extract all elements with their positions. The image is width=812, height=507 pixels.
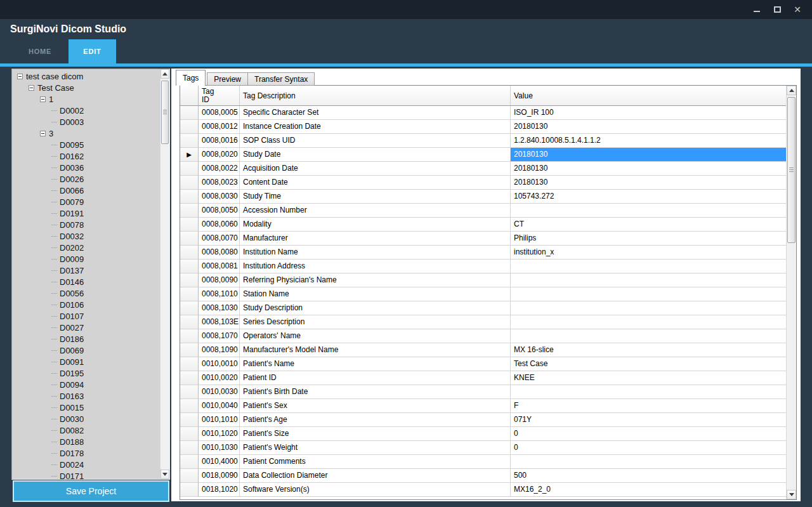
row-header-cell[interactable] bbox=[180, 218, 199, 232]
row-header-cell[interactable]: ▶ bbox=[180, 148, 199, 162]
tag-id-cell[interactable]: 0008,1070 bbox=[199, 329, 240, 343]
tag-value-cell[interactable]: 105743.272 bbox=[511, 190, 786, 204]
tag-description-cell[interactable]: Station Name bbox=[240, 287, 511, 301]
tag-value-cell[interactable] bbox=[511, 260, 786, 273]
tree-scrollbar-thumb[interactable] bbox=[161, 81, 169, 144]
row-header-cell[interactable] bbox=[180, 469, 199, 483]
row-header-cell[interactable] bbox=[180, 204, 199, 218]
tag-description-cell[interactable]: Accession Number bbox=[240, 204, 511, 218]
tree-item[interactable]: D0024 bbox=[12, 459, 160, 470]
table-row[interactable]: 0008,0022Acquisition Date20180130 bbox=[180, 162, 786, 176]
tree-item[interactable]: D0026 bbox=[12, 173, 160, 185]
tag-description-cell[interactable]: Content Date bbox=[240, 176, 511, 190]
table-row[interactable]: 0008,0016SOP Class UID1.2.840.10008.5.1.… bbox=[180, 134, 786, 148]
tag-value-cell[interactable]: 0 bbox=[511, 427, 786, 441]
tag-value-cell[interactable]: ISO_IR 100 bbox=[511, 106, 786, 120]
column-header-tag-id[interactable]: Tag ID bbox=[199, 86, 240, 105]
tag-id-cell[interactable]: 0010,0030 bbox=[199, 385, 240, 399]
tree-item[interactable]: D0094 bbox=[12, 379, 160, 390]
tag-value-cell[interactable]: CT bbox=[511, 218, 786, 232]
tag-value-cell[interactable]: KNEE bbox=[511, 371, 786, 385]
close-icon[interactable]: ✕ bbox=[790, 4, 804, 15]
row-header-cell[interactable] bbox=[180, 162, 199, 176]
table-row[interactable]: 0008,1090Manufacturer's Model NameMX 16-… bbox=[180, 343, 786, 357]
table-row[interactable]: 0010,4000Patient Comments bbox=[180, 455, 786, 469]
tag-id-cell[interactable]: 0010,0040 bbox=[199, 399, 240, 413]
row-header-cell[interactable] bbox=[180, 455, 199, 469]
tag-id-cell[interactable]: 0008,0023 bbox=[199, 176, 240, 190]
row-header-cell[interactable] bbox=[180, 357, 199, 371]
tree-item[interactable]: D0091 bbox=[12, 356, 160, 367]
tree-item[interactable]: D0106 bbox=[12, 299, 160, 310]
tag-id-cell[interactable]: 0008,0012 bbox=[199, 120, 240, 134]
tab-transfer-syntax[interactable]: Transfer Syntax bbox=[248, 72, 315, 86]
tree-item[interactable]: D0066 bbox=[12, 185, 160, 196]
tree-item[interactable]: D0195 bbox=[12, 367, 160, 379]
table-row[interactable]: 0018,1020Software Version(s)MX16_2_0 bbox=[180, 483, 786, 497]
row-header-cell[interactable] bbox=[180, 246, 199, 260]
tag-description-cell[interactable]: Patient's Age bbox=[240, 413, 511, 427]
tree-item[interactable]: D0107 bbox=[12, 310, 160, 322]
tag-value-cell[interactable] bbox=[511, 273, 786, 287]
tag-description-cell[interactable]: Operators' Name bbox=[240, 329, 511, 343]
row-header-cell[interactable] bbox=[180, 343, 199, 357]
tag-id-cell[interactable]: 0010,4000 bbox=[199, 455, 240, 469]
table-row[interactable]: 0008,0005Specific Character SetISO_IR 10… bbox=[180, 106, 786, 120]
tree-item[interactable]: D0163 bbox=[12, 390, 160, 402]
tab-preview[interactable]: Preview bbox=[207, 72, 248, 86]
row-header-cell[interactable] bbox=[180, 287, 199, 301]
tag-id-cell[interactable]: 0008,0080 bbox=[199, 246, 240, 260]
table-row[interactable]: 0008,1070Operators' Name bbox=[180, 329, 786, 343]
tag-description-cell[interactable]: Data Collection Diameter bbox=[240, 469, 511, 483]
row-header-cell[interactable] bbox=[180, 413, 199, 427]
table-row[interactable]: 0008,0030Study Time105743.272 bbox=[180, 190, 786, 204]
row-header-cell[interactable] bbox=[180, 106, 199, 120]
tag-description-cell[interactable]: Patient's Sex bbox=[240, 399, 511, 413]
tree-item[interactable]: D0191 bbox=[12, 207, 160, 219]
row-header-cell[interactable] bbox=[180, 260, 199, 273]
tab-edit[interactable]: EDIT bbox=[69, 39, 116, 63]
tag-description-cell[interactable]: Referring Physician's Name bbox=[240, 273, 511, 287]
tag-value-cell[interactable] bbox=[511, 385, 786, 399]
tag-description-cell[interactable]: Patient's Size bbox=[240, 427, 511, 441]
tag-id-cell[interactable]: 0018,1020 bbox=[199, 483, 240, 497]
tag-value-cell[interactable] bbox=[511, 204, 786, 218]
tag-description-cell[interactable]: Specific Character Set bbox=[240, 106, 511, 120]
row-header-cell[interactable] bbox=[180, 273, 199, 287]
tree-item[interactable]: D0202 bbox=[12, 242, 160, 253]
tree-item[interactable]: D0002 bbox=[12, 105, 160, 116]
row-header-cell[interactable] bbox=[180, 315, 199, 329]
tab-tags[interactable]: Tags bbox=[176, 70, 206, 86]
tag-description-cell[interactable]: Manufacturer's Model Name bbox=[240, 343, 511, 357]
tree-collapse-icon[interactable] bbox=[29, 85, 34, 91]
column-header-value[interactable]: Value bbox=[511, 86, 786, 105]
scroll-up-icon[interactable] bbox=[787, 86, 796, 95]
tree-item[interactable]: D0137 bbox=[12, 265, 160, 276]
table-row[interactable]: 0010,1030Patient's Weight0 bbox=[180, 441, 786, 455]
tag-description-cell[interactable]: Patient's Weight bbox=[240, 441, 511, 455]
grid-scrollbar-thumb[interactable] bbox=[787, 97, 796, 243]
tag-description-cell[interactable]: Series Description bbox=[240, 315, 511, 329]
tag-id-cell[interactable]: 0010,1020 bbox=[199, 427, 240, 441]
tag-value-cell[interactable] bbox=[511, 315, 786, 329]
tag-value-cell[interactable]: Test Case bbox=[511, 357, 786, 371]
tag-value-cell[interactable]: Philips bbox=[511, 232, 786, 246]
row-header-cell[interactable] bbox=[180, 134, 199, 148]
table-row[interactable]: 0008,1010Station Name bbox=[180, 287, 786, 301]
row-header-cell[interactable] bbox=[180, 190, 199, 204]
tag-description-cell[interactable]: Acquisition Date bbox=[240, 162, 511, 176]
tree-collapse-icon[interactable] bbox=[40, 131, 46, 136]
table-row[interactable]: 0008,0023Content Date20180130 bbox=[180, 176, 786, 190]
tag-value-cell[interactable]: 20180130 bbox=[511, 148, 786, 162]
tag-value-cell[interactable] bbox=[511, 455, 786, 469]
tag-value-cell[interactable]: 0 bbox=[511, 441, 786, 455]
table-row[interactable]: 0008,0050Accession Number bbox=[180, 204, 786, 218]
tag-id-cell[interactable]: 0008,0090 bbox=[199, 273, 240, 287]
tag-description-cell[interactable]: Manufacturer bbox=[240, 232, 511, 246]
tag-id-cell[interactable]: 0008,1090 bbox=[199, 343, 240, 357]
tag-id-cell[interactable]: 0008,0060 bbox=[199, 218, 240, 232]
tree-item[interactable]: D0015 bbox=[12, 402, 160, 413]
table-row[interactable]: 0018,0090Data Collection Diameter500 bbox=[180, 469, 786, 483]
tag-id-cell[interactable]: 0010,0020 bbox=[199, 371, 240, 385]
tag-value-cell[interactable] bbox=[511, 329, 786, 343]
